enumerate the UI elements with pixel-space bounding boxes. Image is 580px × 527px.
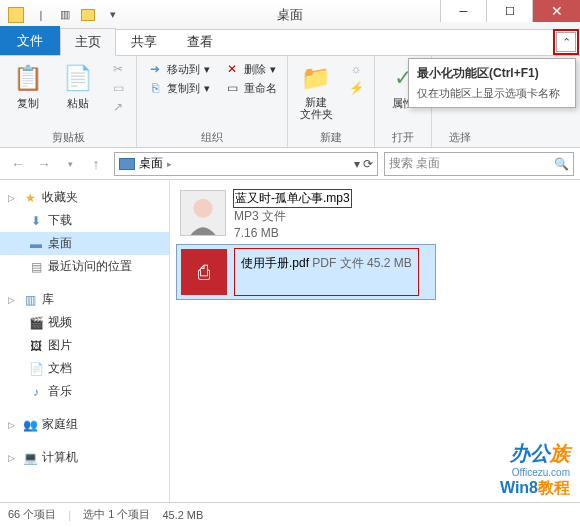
- newfolder-button[interactable]: 新建 文件夹: [294, 60, 338, 122]
- search-placeholder: 搜索 桌面: [389, 155, 440, 172]
- tree-homegroup[interactable]: ▷👥家庭组: [0, 413, 169, 436]
- easyaccess-icon: ⚡: [348, 80, 364, 96]
- expand-icon[interactable]: ▷: [8, 295, 18, 305]
- address-bar-row: ← → ▾ ↑ 桌面 ▸ ▾ ⟳ 搜索 桌面 🔍: [0, 148, 580, 180]
- tooltip-body: 仅在功能区上显示选项卡名称: [417, 86, 567, 101]
- newfolder-icon: [300, 62, 332, 94]
- refresh-dropdown-icon[interactable]: ▾ ⟳: [354, 157, 373, 171]
- status-selected: 选中 1 个项目: [83, 507, 150, 522]
- expand-icon[interactable]: ▷: [8, 420, 18, 430]
- minimize-button[interactable]: ─: [440, 0, 486, 22]
- tree-computer[interactable]: ▷💻计算机: [0, 446, 169, 469]
- tree-videos[interactable]: 🎬视频: [0, 311, 169, 334]
- qat-newfolder-icon[interactable]: [78, 4, 100, 26]
- group-label-select: 选择: [438, 128, 482, 145]
- collapse-ribbon-button[interactable]: ⌃: [556, 32, 576, 52]
- tree-favorites[interactable]: ▷★收藏夹: [0, 186, 169, 209]
- newitem-icon: ☼: [348, 61, 364, 77]
- ribbon: 复制 粘贴 ✂ ▭ ↗ 剪贴板 ➜移动到 ▾ ⎘复制到 ▾ ✕删除 ▾ ▭重命名…: [0, 56, 580, 148]
- ribbon-group-organize: ➜移动到 ▾ ⎘复制到 ▾ ✕删除 ▾ ▭重命名 组织: [137, 56, 288, 147]
- videos-icon: 🎬: [28, 316, 44, 330]
- copy-icon: [12, 62, 44, 94]
- expand-icon[interactable]: ▷: [8, 193, 18, 203]
- quick-access-toolbar: | ▥ ▾: [0, 4, 124, 26]
- title-bar: | ▥ ▾ 桌面 ─ ☐ ✕: [0, 0, 580, 30]
- file-item-mp3[interactable]: 蓝又时-孤单心事.mp3 MP3 文件 7.16 MB: [176, 186, 436, 244]
- qat-dropdown-icon[interactable]: ▾: [102, 4, 124, 26]
- tree-recent[interactable]: ▤最近访问的位置: [0, 255, 169, 278]
- group-label-organize: 组织: [143, 128, 281, 145]
- cut-icon: ✂: [110, 61, 126, 77]
- tab-home[interactable]: 主页: [60, 28, 116, 56]
- paste-icon: [62, 62, 94, 94]
- status-bar: 66 个项目 | 选中 1 个项目 45.2 MB: [0, 502, 580, 526]
- pasteshortcut-button[interactable]: ↗: [106, 98, 130, 116]
- shortcut-icon: ↗: [110, 99, 126, 115]
- computer-icon: 💻: [22, 451, 38, 465]
- downloads-icon: ⬇: [28, 214, 44, 228]
- recent-icon: ▤: [28, 260, 44, 274]
- copy-button[interactable]: 复制: [6, 60, 50, 113]
- music-icon: ♪: [28, 385, 44, 399]
- tree-downloads[interactable]: ⬇下载: [0, 209, 169, 232]
- window-title: 桌面: [277, 6, 303, 24]
- main-area: ▷★收藏夹 ⬇下载 ▬桌面 ▤最近访问的位置 ▷▥库 🎬视频 🖼图片 📄文档 ♪…: [0, 180, 580, 502]
- delete-icon: ✕: [224, 61, 240, 77]
- back-button[interactable]: ←: [6, 152, 30, 176]
- ribbon-tabs: 文件 主页 共享 查看 ⌃: [0, 30, 580, 56]
- file-thumb-pdf: ⎙: [181, 249, 227, 295]
- address-bar[interactable]: 桌面 ▸ ▾ ⟳: [114, 152, 378, 176]
- up-button[interactable]: ↑: [84, 152, 108, 176]
- copyto-icon: ⎘: [147, 80, 163, 96]
- close-button[interactable]: ✕: [532, 0, 580, 22]
- copyto-button[interactable]: ⎘复制到 ▾: [143, 79, 214, 97]
- file-name[interactable]: 蓝又时-孤单心事.mp3: [234, 190, 351, 207]
- expand-icon[interactable]: ▷: [8, 453, 18, 463]
- tree-documents[interactable]: 📄文档: [0, 357, 169, 380]
- navigation-pane[interactable]: ▷★收藏夹 ⬇下载 ▬桌面 ▤最近访问的位置 ▷▥库 🎬视频 🖼图片 📄文档 ♪…: [0, 180, 170, 502]
- qat-divider: |: [30, 4, 52, 26]
- homegroup-icon: 👥: [22, 418, 38, 432]
- cut-button[interactable]: ✂: [106, 60, 130, 78]
- group-label-open: 打开: [381, 128, 425, 145]
- tree-desktop[interactable]: ▬桌面: [0, 232, 169, 255]
- moveto-icon: ➜: [147, 61, 163, 77]
- file-item-pdf[interactable]: ⎙ 使用手册.pdf PDF 文件 45.2 MB: [176, 244, 436, 300]
- moveto-button[interactable]: ➜移动到 ▾: [143, 60, 214, 78]
- qat-props-icon[interactable]: ▥: [54, 4, 76, 26]
- status-size: 45.2 MB: [162, 509, 203, 521]
- forward-button[interactable]: →: [32, 152, 56, 176]
- documents-icon: 📄: [28, 362, 44, 376]
- file-name[interactable]: 使用手册.pdf: [241, 256, 309, 270]
- history-dropdown[interactable]: ▾: [58, 152, 82, 176]
- ribbon-group-clipboard: 复制 粘贴 ✂ ▭ ↗ 剪贴板: [0, 56, 137, 147]
- libraries-icon: ▥: [22, 293, 38, 307]
- app-icon[interactable]: [6, 4, 28, 26]
- file-thumb-photo: [180, 190, 226, 236]
- tab-file[interactable]: 文件: [0, 26, 60, 55]
- copypath-button[interactable]: ▭: [106, 79, 130, 97]
- rename-icon: ▭: [224, 80, 240, 96]
- tree-pictures[interactable]: 🖼图片: [0, 334, 169, 357]
- tree-music[interactable]: ♪音乐: [0, 380, 169, 403]
- tab-view[interactable]: 查看: [172, 28, 228, 55]
- search-box[interactable]: 搜索 桌面 🔍: [384, 152, 574, 176]
- window-buttons: ─ ☐ ✕: [440, 0, 580, 22]
- desktop-icon: ▬: [28, 237, 44, 251]
- ribbon-group-new: 新建 文件夹 ☼ ⚡ 新建: [288, 56, 375, 147]
- favorites-icon: ★: [22, 191, 38, 205]
- tooltip-title: 最小化功能区(Ctrl+F1): [417, 65, 567, 82]
- newitem-button[interactable]: ☼: [344, 60, 368, 78]
- delete-button[interactable]: ✕删除 ▾: [220, 60, 281, 78]
- tree-libraries[interactable]: ▷▥库: [0, 288, 169, 311]
- maximize-button[interactable]: ☐: [486, 0, 532, 22]
- collapse-tooltip: 最小化功能区(Ctrl+F1) 仅在功能区上显示选项卡名称: [408, 58, 576, 108]
- rename-button[interactable]: ▭重命名: [220, 79, 281, 97]
- paste-button[interactable]: 粘贴: [56, 60, 100, 113]
- tab-share[interactable]: 共享: [116, 28, 172, 55]
- file-type: MP3 文件: [234, 208, 351, 225]
- easyaccess-button[interactable]: ⚡: [344, 79, 368, 97]
- pictures-icon: 🖼: [28, 339, 44, 353]
- path-icon: ▭: [110, 80, 126, 96]
- location-text: 桌面: [139, 155, 163, 172]
